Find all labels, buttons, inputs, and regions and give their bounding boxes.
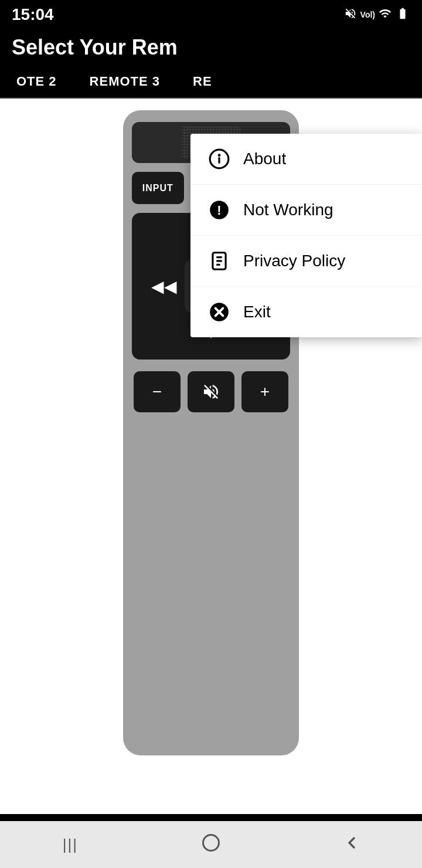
dropdown-overlay: About ! Not Working: [0, 99, 422, 814]
status-time: 15:04: [12, 5, 54, 24]
not-working-label: Not Working: [243, 201, 333, 219]
recents-button[interactable]: |||: [53, 827, 88, 862]
about-label: About: [243, 150, 286, 168]
app-title: Select Your Rem: [12, 35, 178, 59]
svg-rect-13: [203, 835, 219, 850]
about-icon: [207, 147, 232, 171]
mute-status-icon: [344, 7, 357, 23]
home-icon: [200, 832, 222, 857]
privacy-label: Privacy Policy: [243, 252, 345, 270]
menu-item-about[interactable]: About: [190, 134, 422, 185]
menu-item-privacy[interactable]: Privacy Policy: [190, 236, 422, 287]
menu-item-not-working[interactable]: ! Not Working: [190, 185, 422, 236]
home-button[interactable]: [193, 827, 229, 862]
signal-icon: [379, 7, 392, 23]
dropdown-menu: About ! Not Working: [190, 134, 422, 337]
privacy-icon: [207, 249, 232, 273]
tab-remote2[interactable]: OTE 2: [0, 66, 73, 97]
volte-icon: Vol): [360, 10, 375, 19]
status-bar: 15:04 Vol): [0, 0, 422, 29]
exit-icon: [207, 300, 232, 324]
not-working-icon: !: [207, 198, 232, 222]
app-header: Select Your Rem: [0, 29, 422, 66]
tab-remote3[interactable]: REMOTE 3: [73, 66, 176, 97]
back-icon: [342, 833, 361, 856]
back-button[interactable]: [334, 827, 369, 862]
svg-text:!: !: [217, 203, 221, 218]
recents-icon: |||: [63, 836, 78, 854]
tab-bar: OTE 2 REMOTE 3 RE: [0, 66, 422, 99]
tab-remote4[interactable]: RE: [176, 66, 229, 97]
menu-item-exit[interactable]: Exit: [190, 287, 422, 337]
main-content: INPUT ▲ ◀◀ ▶⏸: [0, 99, 422, 814]
battery-icon: [395, 7, 410, 23]
exit-label: Exit: [243, 303, 271, 321]
bottom-nav: |||: [0, 821, 422, 868]
status-icons: Vol): [344, 7, 410, 23]
